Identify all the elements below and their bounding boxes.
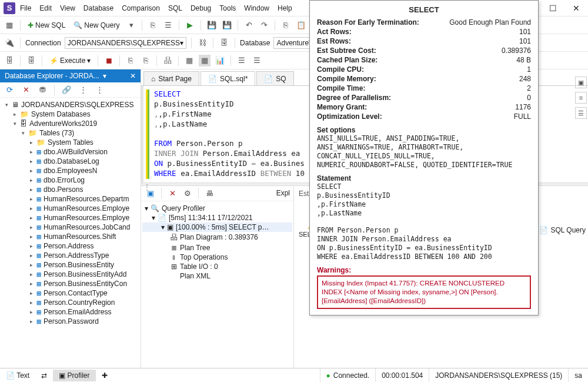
redo-icon[interactable]: ↷	[258, 19, 270, 31]
tree-tables[interactable]: ▾📁Tables (73)	[0, 128, 141, 138]
menu-help[interactable]: Help	[278, 4, 292, 12]
new-sql-button[interactable]: ✚ New SQL	[25, 20, 68, 31]
copy-icon[interactable]: ⎘	[280, 19, 292, 31]
paste-icon[interactable]: 📋	[295, 19, 307, 31]
tool-icon-2[interactable]: ☰	[162, 19, 174, 31]
sb-arrow[interactable]: ⇄	[35, 370, 53, 381]
tree-table-11[interactable]: ▸⊞Person.AddressType	[0, 251, 141, 260]
gear-icon[interactable]: ⚙	[182, 187, 193, 199]
tab-start-page[interactable]: ⌂Start Page	[143, 71, 199, 85]
misc-icon-2[interactable]: ⎘	[140, 55, 152, 67]
tree-server[interactable]: ▾🖥JORDANSANDERS\SQLEXPRESS	[0, 100, 141, 109]
saveall-icon[interactable]: 💾	[221, 19, 233, 31]
close-button[interactable]: ✕	[564, 4, 588, 13]
profiler-item-1[interactable]: ≣Plan Tree	[142, 243, 292, 253]
delete-icon[interactable]: ✕	[20, 84, 32, 96]
tree-table-16[interactable]: ▸⊞Person.CountryRegion	[0, 298, 141, 307]
sb-text-tab[interactable]: 📄 Text	[0, 370, 35, 381]
menu-view[interactable]: View	[60, 4, 75, 12]
menu-database[interactable]: Database	[83, 4, 113, 12]
grid-icon-2[interactable]: ▦	[183, 55, 195, 67]
diagram-icon[interactable]: 品	[162, 55, 173, 67]
nav-icon[interactable]: ▣	[145, 187, 156, 199]
tree-table-17[interactable]: ▸⊞Person.EmailAddress	[0, 307, 141, 317]
profiler-select[interactable]: ▾▣ [100.00% : 5ms] SELECT p…	[142, 222, 292, 232]
dropdown-icon[interactable]: ▾	[125, 19, 137, 31]
side-btn-2[interactable]: ≡	[575, 92, 587, 104]
profiler-item-2[interactable]: ⫾Top Operations	[142, 253, 292, 262]
tree-table-5[interactable]: ▸⊞HumanResources.Departm	[0, 194, 141, 204]
tree-table-3[interactable]: ▸⊞dbo.ErrorLog	[0, 175, 141, 185]
db-icon[interactable]: 🗄	[218, 37, 230, 49]
misc-icon[interactable]: ⎘	[125, 55, 136, 67]
profiler-root[interactable]: ▾🔍 Query Profiler	[142, 204, 292, 213]
execute-button[interactable]: ⚡ Execute ▾	[47, 55, 93, 66]
tree-table-13[interactable]: ▸⊞Person.BusinessEntityAdd	[0, 270, 141, 279]
stop-icon[interactable]: ◼	[103, 55, 115, 67]
explorer-tree[interactable]: ▾🖥JORDANSANDERS\SQLEXPRESS▸📁System Datab…	[0, 98, 141, 368]
tool-a-icon[interactable]: 🗄	[4, 55, 15, 67]
grid-icon-3[interactable]: ▦	[199, 55, 211, 67]
warnings-header[interactable]: Warnings:	[317, 266, 531, 274]
profiler-item-0[interactable]: 品Plan Diagram : 0.389376	[142, 232, 292, 243]
tool-icon[interactable]: ⎘	[147, 19, 159, 31]
sql-query-side-tab[interactable]: 📄SQL Query	[539, 226, 586, 234]
close-icon[interactable]: ✕	[130, 72, 136, 80]
menu-sql[interactable]: SQL	[168, 4, 182, 12]
tree-table-2[interactable]: ▸⊞dbo.EmployeesN	[0, 166, 141, 175]
menu-debug[interactable]: Debug	[191, 4, 211, 12]
menubar[interactable]: FileEditViewDatabaseComparisonSQLDebugTo…	[20, 4, 292, 12]
side-btn-1[interactable]: ▣	[575, 77, 587, 88]
maximize-button[interactable]: ☐	[541, 4, 564, 13]
filter-icon[interactable]: ⛃	[36, 84, 48, 96]
tree-table-12[interactable]: ▸⊞Person.BusinessEntity	[0, 260, 141, 270]
del-icon[interactable]: ✕	[166, 187, 178, 199]
plug-icon[interactable]: 🔌	[4, 37, 15, 49]
sb-profiler-tab[interactable]: ▣ Profiler	[53, 370, 95, 381]
tree-table-0[interactable]: ▸⊞dbo.AWBuildVersion	[0, 147, 141, 157]
new-query-button[interactable]: 🔍 New Query	[71, 20, 122, 31]
undo-icon[interactable]: ↶	[243, 19, 255, 31]
chevron-down-icon[interactable]: ▾	[103, 72, 106, 80]
tool-b-icon[interactable]: 🗄	[25, 55, 37, 67]
tree-table-14[interactable]: ▸⊞Person.BusinessEntityCon	[0, 279, 141, 288]
tree-table-9[interactable]: ▸⊞HumanResources.Shift	[0, 232, 141, 241]
link-icon[interactable]: ⛓	[196, 37, 208, 49]
menu-edit[interactable]: Edit	[39, 4, 52, 12]
profiler-tree[interactable]: ▾🔍 Query Profiler ▾📄 [5ms] 11:34:11 17/1…	[141, 201, 293, 283]
grid-icon[interactable]: ▦	[4, 19, 15, 31]
opt-icon[interactable]: ⋮	[77, 84, 89, 96]
menu-tools[interactable]: Tools	[219, 4, 236, 12]
menu-window[interactable]: Window	[244, 4, 269, 12]
tree-table-1[interactable]: ▸⊞dbo.DatabaseLog	[0, 157, 141, 166]
profiler-item-3[interactable]: ⊞Table I/O : 0	[142, 262, 292, 271]
connection-select[interactable]: JORDANSANDERS\SQLEXPRESS ▾	[65, 37, 186, 49]
profiler-item-4[interactable]: Plan XML	[142, 271, 292, 281]
tree-table-6[interactable]: ▸⊞HumanResources.Employe	[0, 204, 141, 213]
profiler-run[interactable]: ▾📄 [5ms] 11:34:11 17/12/2021	[142, 213, 292, 222]
tree-table-18[interactable]: ▸⊞Person.Password	[0, 317, 141, 326]
view-icon[interactable]: ☰	[236, 55, 248, 67]
tab-sq2[interactable]: 📄SQ	[256, 71, 293, 85]
side-btn-3[interactable]: ☰	[575, 107, 587, 119]
tree-table-7[interactable]: ▸⊞HumanResources.Employe	[0, 213, 141, 222]
refresh-icon[interactable]: ⟳	[4, 84, 15, 96]
tree-table-8[interactable]: ▸⊞HumanResources.JobCand	[0, 222, 141, 232]
tree-table-10[interactable]: ▸⊞Person.Address	[0, 241, 141, 251]
tab-sql[interactable]: 📄SQL.sql*	[201, 71, 255, 85]
view-icon-2[interactable]: ☰	[251, 55, 263, 67]
link-icon[interactable]: 🔗	[61, 84, 72, 96]
menu-file[interactable]: File	[20, 4, 31, 12]
tree-table-4[interactable]: ▸⊞dbo.Persons	[0, 185, 141, 194]
tree-table-15[interactable]: ▸⊞Person.ContactType	[0, 288, 141, 298]
tree-systables[interactable]: ▸📁System Tables	[0, 138, 141, 147]
chart-icon[interactable]: 📊	[214, 55, 226, 67]
run-icon[interactable]: ▶	[184, 19, 196, 31]
sb-add[interactable]: ✚	[96, 370, 113, 381]
save-icon[interactable]: 💾	[206, 19, 218, 31]
tree-sysdb[interactable]: ▸📁System Databases	[0, 109, 141, 119]
print-icon[interactable]: 🖶	[203, 187, 215, 199]
tree-db[interactable]: ▾🗄AdventureWorks2019	[0, 119, 141, 128]
menu-comparison[interactable]: Comparison	[122, 4, 160, 12]
opt-icon-2[interactable]: ⋮	[93, 84, 105, 96]
